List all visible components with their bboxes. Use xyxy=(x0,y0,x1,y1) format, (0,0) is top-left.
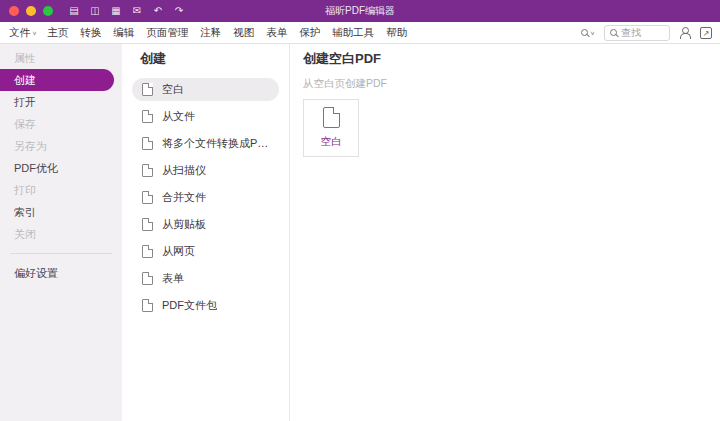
sidebar-items: 属性 创建 打开 保存 另存为 PDF优化 打印 xyxy=(0,47,122,245)
undo-icon[interactable]: ↶ xyxy=(151,4,165,18)
close-button[interactable] xyxy=(9,6,19,16)
redo-icon[interactable]: ↷ xyxy=(172,4,186,18)
blank-doc-icon xyxy=(323,107,340,128)
save-icon[interactable]: ◫ xyxy=(88,4,102,18)
menu-item[interactable]: 视图 xyxy=(228,22,261,43)
sidebar-item[interactable]: 创建 xyxy=(0,69,114,91)
combine-files-icon xyxy=(142,191,153,204)
create-option[interactable]: 从扫描仪 xyxy=(132,159,279,182)
search-icon xyxy=(610,29,617,36)
blank-doc-icon xyxy=(142,83,153,96)
minimize-button[interactable] xyxy=(26,6,36,16)
menu-item[interactable]: 表单 xyxy=(261,22,294,43)
file-backstage-sidebar: 属性 创建 打开 保存 另存为 PDF优化 打印 xyxy=(0,44,122,421)
blank-card-label: 空白 xyxy=(321,135,342,149)
menubar: 文件∨ 主页 转换 编辑 页面管理 注释 视图 xyxy=(0,22,720,44)
create-option[interactable]: 空白 xyxy=(132,78,279,101)
search-placeholder: 查找 xyxy=(621,26,641,40)
share-icon[interactable] xyxy=(700,27,712,39)
detail-title: 创建空白PDF xyxy=(303,50,720,68)
quick-access-toolbar: ▤◫▦✉↶↷ xyxy=(67,4,186,18)
chevron-down-icon: ∨ xyxy=(590,29,595,35)
create-options-list: 空白 从文件 将多个文件转换成PDF 从扫描仪 合并文件 xyxy=(122,78,289,317)
menu-item[interactable]: 编辑 xyxy=(108,22,141,43)
create-option[interactable]: 将多个文件转换成PDF xyxy=(132,132,279,155)
from-file-icon xyxy=(142,110,153,123)
sidebar-item[interactable]: 另存为 xyxy=(0,135,122,157)
sidebar-item[interactable]: 保存 xyxy=(0,113,122,135)
panel-icon[interactable]: ▤ xyxy=(67,4,81,18)
menu-item[interactable]: 文件∨ xyxy=(4,22,42,43)
menu-item[interactable]: 转换 xyxy=(75,22,108,43)
sidebar-item[interactable]: 打印 xyxy=(0,179,122,201)
pdf-package-icon xyxy=(142,299,153,312)
chevron-down-icon: ∨ xyxy=(32,29,37,35)
create-option[interactable]: 合并文件 xyxy=(132,186,279,209)
fullscreen-button[interactable] xyxy=(43,6,53,16)
sidebar-item[interactable]: 属性 xyxy=(0,47,122,69)
sidebar-item[interactable]: 关闭 xyxy=(0,223,122,245)
window-controls xyxy=(9,6,53,16)
create-blank-pdf-panel: 创建空白PDF 从空白页创建PDF 空白 xyxy=(291,44,720,421)
create-option[interactable]: 从剪贴板 xyxy=(132,213,279,236)
email-icon[interactable]: ✉ xyxy=(130,4,144,18)
clipboard-icon xyxy=(142,218,153,231)
create-option[interactable]: 从文件 xyxy=(132,105,279,128)
create-option[interactable]: 表单 xyxy=(132,267,279,290)
scanner-icon xyxy=(142,164,153,177)
print-icon[interactable]: ▦ xyxy=(109,4,123,18)
form-icon xyxy=(142,272,153,285)
detail-subtitle: 从空白页创建PDF xyxy=(303,77,720,91)
menu-item[interactable]: 帮助 xyxy=(381,22,414,43)
multi-files-icon xyxy=(142,137,153,150)
search-input[interactable]: 查找 xyxy=(604,25,670,41)
sidebar-item[interactable]: 打开 xyxy=(0,91,122,113)
magnifier-icon xyxy=(581,29,588,36)
create-panel-title: 创建 xyxy=(122,50,289,68)
menu-item[interactable]: 主页 xyxy=(42,22,75,43)
sidebar-item[interactable]: PDF优化 xyxy=(0,157,122,179)
menu-item[interactable]: 页面管理 xyxy=(141,22,195,43)
create-option[interactable]: PDF文件包 xyxy=(132,294,279,317)
webpage-icon xyxy=(142,245,153,258)
create-option[interactable]: 从网页 xyxy=(132,240,279,263)
sidebar-divider xyxy=(10,253,112,254)
menu-item[interactable]: 注释 xyxy=(195,22,228,43)
sidebar-item-preferences[interactable]: 偏好设置 xyxy=(0,262,122,284)
blank-pdf-card[interactable]: 空白 xyxy=(303,99,359,157)
menu-item[interactable]: 辅助工具 xyxy=(327,22,381,43)
titlebar: ▤◫▦✉↶↷ 福昕PDF编辑器 xyxy=(0,0,720,22)
create-options-panel: 创建 空白 从文件 将多个文件转换成PDF 从扫描仪 xyxy=(122,44,290,421)
sidebar-item[interactable]: 索引 xyxy=(0,201,122,223)
search-options-button[interactable]: ∨ xyxy=(581,29,595,37)
menu-items: 文件∨ 主页 转换 编辑 页面管理 注释 视图 xyxy=(4,22,414,43)
menu-item[interactable]: 保护 xyxy=(294,22,327,43)
menubar-right-cluster: ∨ 查找 xyxy=(581,25,712,41)
account-icon[interactable] xyxy=(679,27,691,39)
